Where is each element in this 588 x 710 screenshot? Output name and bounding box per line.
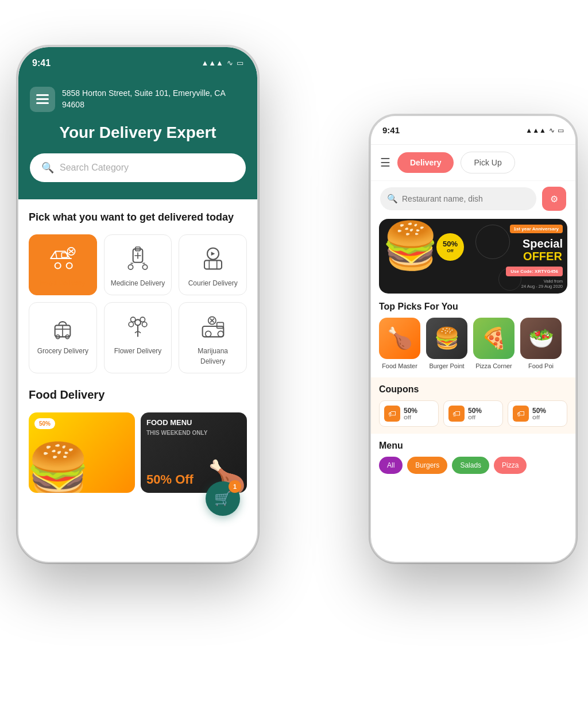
menu-tab-pizza[interactable]: Pizza xyxy=(494,457,527,474)
coupons-section: Coupons 🏷 50% Off 🏷 50% Off 🏷 50% Off xyxy=(371,377,575,434)
svg-point-4 xyxy=(67,263,72,269)
filter-button[interactable]: ⚙ xyxy=(542,187,566,211)
menu-tab-burgers[interactable]: Burgers xyxy=(407,457,447,474)
category-grocery-delivery[interactable]: Grocery Delivery xyxy=(29,302,97,373)
grocery-delivery-label: Grocery Delivery xyxy=(37,347,88,355)
food-cards-row: 50% 🍔 FOOD MENUTHIS WEEKEND ONLY 🍗 50% O… xyxy=(29,412,247,493)
scene: 9:41 ▲▲▲ ∿ ▭ 5858 Horton Street, Suite 1… xyxy=(0,0,588,710)
food-delivery-title: Food Delivery xyxy=(29,387,247,402)
menu-tabs: All Burgers Salads Pizza xyxy=(379,457,567,474)
tab-pickup[interactable]: Pick Up xyxy=(461,152,514,173)
right-signal-icon: ▲▲▲ xyxy=(525,126,546,134)
svg-rect-0 xyxy=(36,94,49,96)
courier-delivery-label: Courier Delivery xyxy=(188,279,238,287)
menu-button[interactable] xyxy=(30,87,55,112)
filter-icon: ⚙ xyxy=(550,194,558,204)
courier-delivery-icon xyxy=(199,244,227,273)
marijuana-delivery-label: Marijuana Delivery xyxy=(198,347,228,365)
hero-title: Your Delivery Expert xyxy=(30,124,246,142)
food-delivery-icon xyxy=(48,244,77,273)
svg-point-22 xyxy=(135,320,141,326)
left-content: Pick what you want to get delivered toda… xyxy=(18,199,257,504)
food-card-badge: 50% xyxy=(34,418,55,429)
svg-point-29 xyxy=(205,331,211,337)
right-time: 9:41 xyxy=(382,125,400,135)
food-delivery-label: Food Delivery xyxy=(40,279,86,287)
coupon-1[interactable]: 🏷 50% Off xyxy=(379,400,439,427)
pick-label-burger-point: Burger Point xyxy=(426,362,467,369)
signal-icon: ▲▲▲ xyxy=(201,59,223,67)
coupon-pct-1: 50% Off xyxy=(404,407,417,420)
coupon-icon-2: 🏷 xyxy=(448,406,465,422)
left-status-icons: ▲▲▲ ∿ ▭ xyxy=(201,59,243,67)
phone-left: 9:41 ▲▲▲ ∿ ▭ 5858 Horton Street, Suite 1… xyxy=(17,46,258,563)
menu-header: Menu xyxy=(379,441,567,451)
tab-delivery[interactable]: Delivery xyxy=(397,152,454,173)
category-courier-delivery[interactable]: Courier Delivery xyxy=(179,234,247,295)
left-time: 9:41 xyxy=(32,58,51,68)
right-search-row: 🔍 ⚙ xyxy=(371,181,575,217)
category-medicine-delivery[interactable]: Medicine Delivery xyxy=(104,234,172,295)
promo-code: Use Code: XRTYG456 xyxy=(506,267,563,276)
right-wifi-icon: ∿ xyxy=(549,126,555,134)
address-row: 5858 Horton Street, Suite 101, Emeryvill… xyxy=(30,87,246,112)
category-flower-delivery[interactable]: Flower Delivery xyxy=(104,302,172,373)
right-search-icon: 🔍 xyxy=(387,194,398,204)
pick-item-food-master[interactable]: 🍗 Food Master xyxy=(379,318,420,369)
discount-pct: 50% xyxy=(443,240,458,248)
menu-section: Menu All Burgers Salads Pizza xyxy=(371,434,575,474)
right-menu-icon[interactable]: ☰ xyxy=(380,156,390,169)
svg-point-23 xyxy=(130,318,135,322)
pick-item-food-poi[interactable]: 🥗 Food Poi xyxy=(520,318,562,369)
cart-button[interactable]: 🛒 1 xyxy=(206,481,240,516)
coupon-pct-2: 50% Off xyxy=(468,407,482,420)
right-search-input[interactable] xyxy=(380,187,536,210)
svg-rect-14 xyxy=(204,261,222,269)
right-status-icons: ▲▲▲ ∿ ▭ xyxy=(525,126,564,134)
coupon-2[interactable]: 🏷 50% Off xyxy=(443,400,503,427)
wifi-icon: ∿ xyxy=(227,59,233,67)
special-offer-text: Special OFFER xyxy=(523,237,563,263)
svg-point-26 xyxy=(142,322,146,327)
category-food-delivery[interactable]: Food Delivery xyxy=(29,234,97,295)
svg-point-11 xyxy=(128,265,133,269)
menu-discount: 50% Off xyxy=(146,472,194,487)
valid-dates: Valid from 24 Aug - 29 Aug 2020 xyxy=(521,279,563,289)
banner-offer: OFFER xyxy=(523,250,562,263)
pick-img-pizza-corner: 🍕 xyxy=(473,318,514,359)
svg-point-3 xyxy=(55,263,61,269)
banner-special: Special xyxy=(523,237,563,250)
coupons-row: 🏷 50% Off 🏷 50% Off 🏷 50% Off xyxy=(379,400,567,427)
battery-icon: ▭ xyxy=(237,59,243,67)
hamburger-icon xyxy=(36,94,49,105)
left-search-bar[interactable]: 🔍 Search Category xyxy=(30,153,246,182)
burger-emoji: 🍔 xyxy=(29,444,90,493)
search-icon: 🔍 xyxy=(41,161,54,174)
category-marijuana-delivery[interactable]: Marijuana Delivery xyxy=(179,302,247,373)
svg-point-24 xyxy=(140,318,145,322)
food-card-burger[interactable]: 50% 🍔 xyxy=(29,412,135,493)
medicine-delivery-label: Medicine Delivery xyxy=(111,279,165,287)
pick-item-pizza-corner[interactable]: 🍕 Pizza Corner xyxy=(473,318,514,369)
search-wrapper: 🔍 xyxy=(380,187,536,210)
pick-img-food-poi: 🥗 xyxy=(520,318,562,359)
coupons-header: Coupons xyxy=(379,384,567,395)
coupon-icon-3: 🏷 xyxy=(513,406,529,422)
svg-point-25 xyxy=(129,322,133,327)
medicine-delivery-icon xyxy=(123,244,152,273)
pick-label-food-poi: Food Poi xyxy=(520,362,562,369)
right-status-bar: 9:41 ▲▲▲ ∿ ▭ xyxy=(371,116,575,145)
search-placeholder-text: Search Category xyxy=(60,163,129,173)
coupon-pct-3: 50% Off xyxy=(532,407,546,420)
menu-tab-all[interactable]: All xyxy=(379,457,403,474)
svg-point-30 xyxy=(218,331,223,337)
menu-tab-salads[interactable]: Salads xyxy=(452,457,489,474)
promo-banner[interactable]: 🍔 50% Off 1st year Anniversary Special O… xyxy=(379,219,567,294)
coupon-3[interactable]: 🏷 50% Off xyxy=(508,400,567,427)
svg-point-12 xyxy=(142,265,147,269)
discount-badge: 50% Off xyxy=(436,233,464,261)
grocery-delivery-icon xyxy=(48,312,77,341)
tabs-row: ☰ Delivery Pick Up xyxy=(371,145,575,181)
pick-item-burger-point[interactable]: 🍔 Burger Point xyxy=(426,318,467,369)
flower-delivery-label: Flower Delivery xyxy=(114,347,162,355)
